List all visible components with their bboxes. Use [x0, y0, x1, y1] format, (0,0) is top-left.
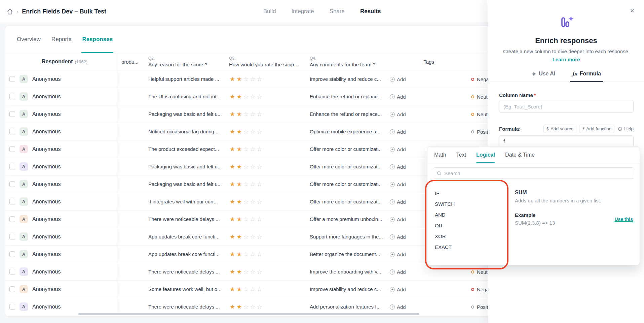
star-icon[interactable]: ★ — [230, 286, 235, 293]
header-q3[interactable]: Q3. How would you rate the supp... — [226, 53, 306, 70]
column-name-input[interactable] — [499, 100, 634, 113]
add-tag-button[interactable]: + Add — [390, 129, 406, 135]
content-tab[interactable]: Reports — [51, 26, 72, 53]
star-icon[interactable]: ☆ — [243, 93, 249, 100]
row-checkbox[interactable] — [9, 146, 15, 152]
star-icon[interactable]: ★ — [236, 216, 242, 223]
star-icon[interactable]: ☆ — [243, 268, 249, 275]
star-icon[interactable]: ★ — [236, 181, 242, 188]
row-checkbox[interactable] — [9, 164, 15, 169]
star-icon[interactable]: ★ — [236, 93, 242, 100]
answer-q4[interactable]: Offer more color or customizat... — [306, 199, 385, 204]
answer-q4[interactable]: Better organize the document... — [306, 251, 385, 257]
star-icon[interactable]: ☆ — [250, 93, 255, 100]
respondent-name[interactable]: Anonymous — [32, 76, 61, 82]
star-icon[interactable]: ★ — [230, 163, 235, 170]
star-icon[interactable]: ★ — [236, 268, 242, 275]
star-icon[interactable]: ☆ — [257, 216, 262, 223]
respondent-name[interactable]: Anonymous — [32, 251, 61, 257]
row-checkbox[interactable] — [9, 111, 15, 117]
top-nav-item[interactable]: Share — [330, 8, 345, 15]
answer-q4[interactable]: Improve stability and reduce c... — [306, 76, 385, 82]
star-icon[interactable]: ☆ — [243, 181, 249, 188]
answer-q4[interactable]: Enhance the refund or replace... — [306, 94, 385, 99]
answer-q2[interactable]: Packaging was basic and felt u... — [145, 164, 226, 169]
respondent-name[interactable]: Anonymous — [32, 111, 61, 117]
learn-more-link[interactable]: Learn more — [488, 57, 644, 62]
function-item[interactable]: OR — [435, 220, 512, 231]
row-checkbox[interactable] — [9, 304, 15, 310]
add-tag-button[interactable]: + Add — [390, 234, 406, 240]
function-item[interactable]: AND — [435, 209, 512, 220]
respondent-name[interactable]: Anonymous — [32, 216, 61, 222]
star-icon[interactable]: ★ — [230, 76, 235, 83]
star-icon[interactable]: ☆ — [257, 251, 262, 258]
header-tags[interactable]: Tags — [385, 53, 468, 70]
content-tab[interactable]: Responses — [82, 26, 113, 53]
answer-q2[interactable]: Helpful support articles made ... — [145, 76, 226, 82]
row-checkbox[interactable] — [9, 94, 15, 99]
close-icon[interactable]: ✕ — [630, 7, 635, 14]
star-icon[interactable]: ☆ — [250, 198, 255, 205]
add-tag-button[interactable]: + Add — [390, 147, 406, 152]
answer-q2[interactable]: The UI is confusing and not int... — [145, 94, 226, 99]
function-item[interactable]: XOR — [435, 231, 512, 241]
add-tag-button[interactable]: + Add — [390, 111, 406, 117]
star-icon[interactable]: ☆ — [250, 268, 255, 275]
answer-q4[interactable]: Improve stability and reduce c... — [306, 286, 385, 292]
star-icon[interactable]: ☆ — [257, 198, 262, 205]
add-tag-button[interactable]: + Add — [390, 94, 406, 100]
row-checkbox[interactable] — [9, 181, 15, 187]
respondent-name[interactable]: Anonymous — [32, 129, 61, 135]
add-tag-button[interactable]: + Add — [390, 76, 406, 82]
tab-formula[interactable]: ƒx Formula — [571, 69, 602, 82]
add-source-button[interactable]: $ Add source — [543, 125, 576, 133]
top-nav-item[interactable]: Integrate — [291, 8, 314, 15]
star-icon[interactable]: ☆ — [250, 286, 255, 293]
answer-q4[interactable]: Offer a more premium unboxin... — [306, 216, 385, 222]
star-icon[interactable]: ★ — [236, 251, 242, 258]
star-icon[interactable]: ☆ — [257, 93, 262, 100]
horizontal-scrollbar[interactable] — [78, 313, 419, 315]
picker-tab[interactable]: Text — [456, 147, 466, 163]
star-icon[interactable]: ☆ — [257, 163, 262, 170]
add-tag-button[interactable]: + Add — [390, 304, 406, 310]
header-q2[interactable]: Q2. Any reason for the score ? — [145, 53, 226, 70]
star-icon[interactable]: ☆ — [243, 76, 249, 83]
star-icon[interactable]: ☆ — [243, 198, 249, 205]
respondent-name[interactable]: Anonymous — [32, 181, 61, 187]
star-icon[interactable]: ☆ — [257, 76, 262, 83]
tab-use-ai[interactable]: Use AI — [531, 69, 556, 82]
header-q1[interactable]: produ... — [118, 53, 145, 70]
respondent-name[interactable]: Anonymous — [32, 199, 61, 205]
answer-q2[interactable]: There were noticeable delays ... — [145, 269, 226, 274]
respondent-name[interactable]: Anonymous — [32, 234, 61, 240]
add-tag-button[interactable]: + Add — [390, 287, 406, 292]
add-tag-button[interactable]: + Add — [390, 252, 406, 257]
answer-q2[interactable]: App updates break core functi... — [145, 251, 226, 257]
star-icon[interactable]: ☆ — [243, 216, 249, 223]
picker-tab[interactable]: Date & Time — [505, 147, 535, 163]
star-icon[interactable]: ☆ — [257, 146, 262, 153]
add-function-button[interactable]: ƒ Add function — [579, 125, 614, 133]
star-icon[interactable]: ☆ — [250, 128, 255, 135]
answer-q2[interactable]: Some features work well, but o... — [145, 286, 226, 292]
star-icon[interactable]: ★ — [230, 216, 235, 223]
answer-q4[interactable]: Optimize mobile experience a... — [306, 129, 385, 134]
row-checkbox[interactable] — [9, 251, 15, 257]
respondent-name[interactable]: Anonymous — [32, 269, 61, 275]
row-checkbox[interactable] — [9, 286, 15, 292]
star-icon[interactable]: ☆ — [243, 286, 249, 293]
picker-tab[interactable]: Math — [434, 147, 446, 163]
star-icon[interactable]: ☆ — [250, 251, 255, 258]
star-icon[interactable]: ★ — [230, 93, 235, 100]
star-icon[interactable]: ☆ — [250, 303, 255, 310]
star-icon[interactable]: ☆ — [250, 146, 255, 153]
search-input[interactable] — [444, 170, 631, 176]
add-tag-button[interactable]: + Add — [390, 269, 406, 275]
row-checkbox[interactable] — [9, 216, 15, 222]
add-tag-button[interactable]: + Add — [390, 199, 406, 205]
star-icon[interactable]: ☆ — [257, 181, 262, 188]
row-checkbox[interactable] — [9, 76, 15, 82]
star-icon[interactable]: ☆ — [250, 76, 255, 83]
